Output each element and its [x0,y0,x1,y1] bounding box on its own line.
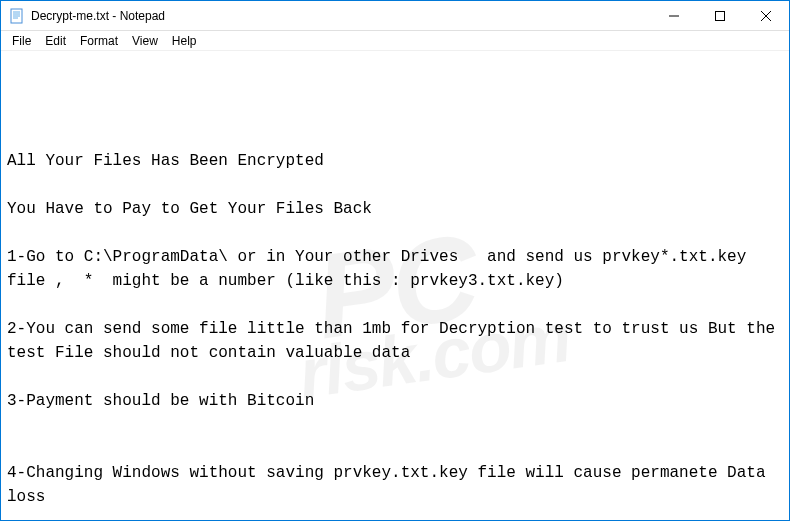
text-line: You Have to Pay to Get Your Files Back [7,200,372,218]
text-line: 4-Changing Windows without saving prvkey… [7,464,775,506]
maximize-button[interactable] [697,1,743,30]
text-editor-area[interactable]: PC risk.com All Your Files Has Been Encr… [1,51,789,520]
menu-help[interactable]: Help [165,32,204,50]
titlebar: Decrypt-me.txt - Notepad [1,1,789,31]
text-line: All Your Files Has Been Encrypted [7,152,324,170]
minimize-button[interactable] [651,1,697,30]
text-line: 3-Payment should be with Bitcoin [7,392,314,410]
menu-file[interactable]: File [5,32,38,50]
svg-rect-6 [716,11,725,20]
text-line: 2-You can send some file little than 1mb… [7,320,785,362]
window-controls [651,1,789,30]
menu-format[interactable]: Format [73,32,125,50]
text-content: All Your Files Has Been Encrypted You Ha… [7,149,783,520]
menubar: File Edit Format View Help [1,31,789,51]
close-button[interactable] [743,1,789,30]
menu-edit[interactable]: Edit [38,32,73,50]
window-title: Decrypt-me.txt - Notepad [31,9,651,23]
text-line: 1-Go to C:\ProgramData\ or in Your other… [7,248,766,290]
notepad-icon [9,8,25,24]
menu-view[interactable]: View [125,32,165,50]
